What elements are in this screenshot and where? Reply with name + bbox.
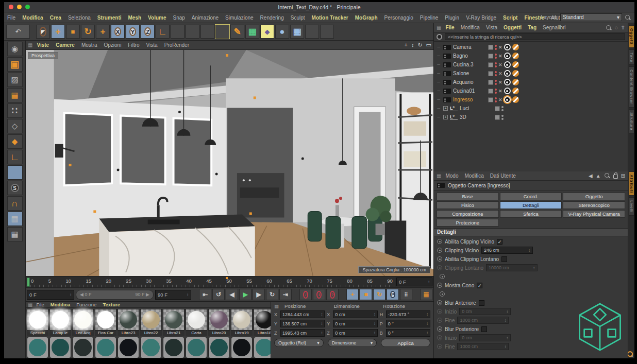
frame-range-slider[interactable]: ◀ 0 F 90 F ▶ xyxy=(76,290,154,300)
parameter-checkbox[interactable]: ✓ xyxy=(501,256,507,262)
menu-item[interactable]: MoGraph xyxy=(355,15,378,21)
material-item[interactable]: Flos Car xyxy=(95,309,116,336)
attribute-tab[interactable]: Stereoscopico xyxy=(563,201,625,209)
coordinate-system[interactable]: ∟ xyxy=(156,25,170,39)
material-thumbnail[interactable] xyxy=(208,309,230,331)
scene-camera[interactable] xyxy=(305,25,319,39)
visibility-dots[interactable] xyxy=(495,80,497,85)
menu-item[interactable]: Sculpt xyxy=(291,15,305,21)
go-to-end-button[interactable]: ⇥ xyxy=(279,289,292,300)
key-scale-toggle[interactable]: ■ xyxy=(360,289,372,300)
play-button[interactable]: ▶ xyxy=(239,289,252,300)
move-tool[interactable]: + xyxy=(51,25,65,39)
lock-icon[interactable] xyxy=(613,175,618,179)
history-up-icon[interactable]: ▲ xyxy=(596,173,601,179)
attribute-tab[interactable]: Fisico xyxy=(437,201,499,209)
enable-axis-mode[interactable]: ∟ xyxy=(7,150,23,164)
animation-dot-icon[interactable] xyxy=(437,265,442,270)
object-row[interactable]: ─ + Lº 3D ✕ xyxy=(436,113,628,122)
filter-icon[interactable]: ◌ xyxy=(615,25,618,30)
lock-z-axis[interactable]: Z xyxy=(141,25,155,39)
material-thumbnail[interactable] xyxy=(49,309,71,331)
display-tag-icon[interactable] xyxy=(488,54,493,59)
active-camera-toggle[interactable] xyxy=(504,96,511,103)
parameter-field[interactable]: 0 cm↕ xyxy=(459,334,511,341)
object-manager-menu-item[interactable]: File xyxy=(445,25,454,30)
clone-array[interactable]: ▦ xyxy=(290,25,304,39)
material-item[interactable]: Lamp le xyxy=(49,309,71,336)
xpresso-tag-icon[interactable]: ✕ xyxy=(498,45,502,50)
stepper-icon[interactable]: ↕ xyxy=(187,292,189,297)
attribute-tab[interactable]: Coord. xyxy=(500,193,562,200)
object-manager-menu-item[interactable]: Tag xyxy=(528,25,537,30)
history-back-icon[interactable]: ◀ xyxy=(589,173,593,179)
side-tab[interactable]: Take xyxy=(629,49,634,65)
menu-item[interactable]: Animazione xyxy=(192,15,219,21)
stepper-icon[interactable]: ↕ xyxy=(528,248,530,253)
viewport-menu-item[interactable]: Filtro xyxy=(128,42,139,48)
object-row[interactable]: ─ + Lº Camera ✕ xyxy=(436,43,628,51)
vray-tag-icon[interactable] xyxy=(512,53,519,59)
dimension-y-field[interactable]: 0 cm↕ xyxy=(333,320,377,327)
object-name[interactable]: 3D xyxy=(460,114,490,120)
animation-dot-icon[interactable] xyxy=(437,335,442,340)
object-name[interactable]: Cucina01 xyxy=(453,88,483,94)
stepper-icon[interactable]: ↕ xyxy=(504,318,506,323)
animation-dot-icon[interactable] xyxy=(440,274,445,279)
viewport-menu-item[interactable]: Camere xyxy=(56,42,75,48)
xpresso-tag-icon[interactable]: ✕ xyxy=(498,97,502,102)
material-thumbnail[interactable] xyxy=(231,309,253,331)
material-thumbnail[interactable] xyxy=(140,309,162,331)
expand-icon[interactable]: + xyxy=(443,106,448,111)
menu-item[interactable]: Seleziona xyxy=(68,15,91,21)
undo-button[interactable]: ↶ xyxy=(6,25,30,39)
search-icon[interactable] xyxy=(606,25,612,31)
autokey-button[interactable]: I xyxy=(313,289,325,300)
material-item[interactable]: Specchi xyxy=(27,309,48,336)
lock-x-axis[interactable]: X xyxy=(111,25,125,39)
display-tag-icon[interactable] xyxy=(488,45,493,50)
render-picture-viewer[interactable] xyxy=(186,25,199,39)
object-row[interactable]: ─ + Lº Bagno ✕ xyxy=(436,51,628,60)
search-icon[interactable] xyxy=(625,14,631,21)
object-manager-menu-item[interactable]: Vista xyxy=(486,25,497,30)
display-tag-icon[interactable] xyxy=(488,62,493,67)
object-mode-dropdown[interactable]: Oggetto (Rel)▾ xyxy=(274,339,324,347)
stepper-icon[interactable]: ↕ xyxy=(504,344,506,349)
attribute-tab[interactable]: Oggetto xyxy=(563,193,625,200)
object-row[interactable]: ─ + Lº Salone ✕ xyxy=(436,69,628,78)
previous-frame-button[interactable]: ◀ xyxy=(226,289,238,300)
active-camera-toggle[interactable] xyxy=(504,88,511,94)
stepper-icon[interactable]: ↕ xyxy=(70,292,72,297)
polygons-mode[interactable]: ◆ xyxy=(7,134,23,149)
material-thumbnail[interactable] xyxy=(163,337,185,358)
material-item[interactable]: Libro23 xyxy=(118,309,139,336)
material-thumbnail[interactable] xyxy=(118,337,139,358)
menu-item[interactable]: Strumenti xyxy=(97,15,122,21)
attribute-tab[interactable]: V-Ray Physical Camera xyxy=(563,210,625,218)
visibility-dots[interactable] xyxy=(495,54,497,59)
side-tab[interactable]: Oggetti xyxy=(629,25,634,48)
menu-item[interactable]: V-Ray Bridge xyxy=(466,15,496,21)
side-tab[interactable]: Content Browser xyxy=(629,66,634,107)
animation-dot-icon[interactable] xyxy=(440,291,445,297)
active-camera-toggle[interactable] xyxy=(504,61,511,68)
parameter-checkbox[interactable]: ✓ xyxy=(481,326,487,332)
scale-tool[interactable]: ■ xyxy=(66,25,80,39)
dimension-x-field[interactable]: 0 cm↕ xyxy=(333,310,377,318)
stepper-icon[interactable]: ↕ xyxy=(506,309,508,314)
viewport-canvas[interactable]: Prospettiva Spaziatura Griglia : 100000 … xyxy=(26,50,433,276)
active-camera-toggle[interactable] xyxy=(504,44,511,50)
render-settings[interactable] xyxy=(200,25,214,39)
object-row[interactable]: ─ + Lº Cucina01 ✕ xyxy=(436,86,628,95)
scene-light[interactable] xyxy=(320,25,334,39)
toggle-view-icon[interactable]: ▭ xyxy=(426,42,431,48)
material-thumbnail[interactable] xyxy=(27,309,48,331)
locked-workplane[interactable]: ▦ xyxy=(7,227,23,241)
material-thumbnail[interactable] xyxy=(163,309,185,331)
material-thumbnail[interactable] xyxy=(27,337,48,358)
new-panel-icon[interactable]: ⊞ xyxy=(621,173,625,179)
visibility-dots[interactable] xyxy=(501,106,504,111)
timeline-marker[interactable] xyxy=(226,277,228,279)
object-name[interactable]: Camera xyxy=(453,44,483,50)
